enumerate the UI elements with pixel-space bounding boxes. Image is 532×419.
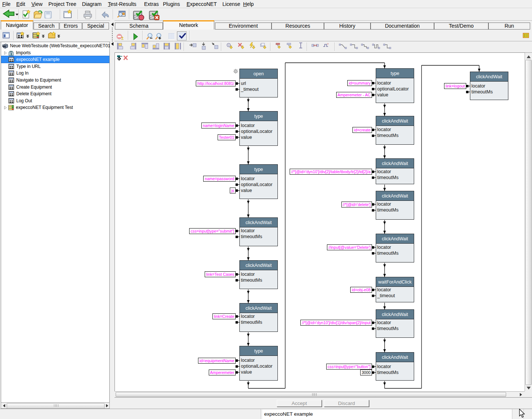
svg-text:?: ? [327, 42, 329, 46]
